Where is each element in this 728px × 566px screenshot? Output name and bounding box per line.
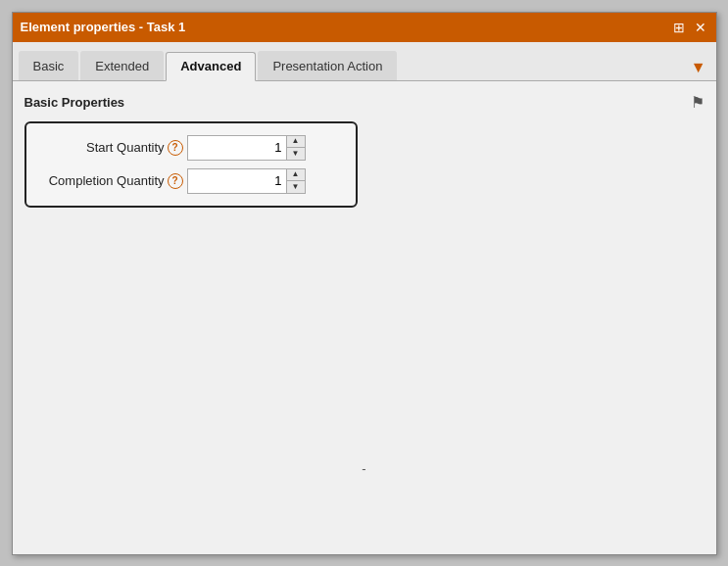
tab-bar: Basic Extended Advanced Presentation Act…: [13, 42, 716, 81]
completion-quantity-label: Completion Quantity ?: [40, 173, 187, 189]
main-window: Element properties - Task 1 ⊞ ✕ Basic Ex…: [12, 12, 717, 555]
start-quantity-down-button[interactable]: ▼: [287, 148, 305, 160]
pin-button[interactable]: ⊞: [671, 21, 687, 34]
tab-basic[interactable]: Basic: [19, 51, 79, 80]
tab-presentation-action[interactable]: Presentation Action: [258, 51, 397, 80]
title-bar: Element properties - Task 1 ⊞ ✕: [13, 13, 716, 42]
start-quantity-label: Start Quantity ?: [40, 140, 187, 156]
tab-extended[interactable]: Extended: [80, 51, 164, 80]
content-area: Basic Properties ⚑ Start Quantity ? ▲ ▼: [13, 81, 716, 554]
window-title: Element properties - Task 1: [21, 20, 186, 34]
completion-quantity-help-icon[interactable]: ?: [168, 173, 183, 189]
title-bar-controls: ⊞ ✕: [671, 21, 708, 34]
section-title: Basic Properties: [24, 95, 125, 110]
collapse-icon[interactable]: ⚑: [691, 93, 704, 112]
start-quantity-row: Start Quantity ? ▲ ▼: [40, 135, 342, 161]
tab-advanced[interactable]: Advanced: [166, 52, 256, 81]
completion-quantity-down-button[interactable]: ▼: [287, 181, 305, 193]
completion-quantity-spinner-buttons: ▲ ▼: [286, 169, 305, 193]
start-quantity-up-button[interactable]: ▲: [287, 136, 305, 149]
completion-quantity-input[interactable]: [188, 169, 286, 193]
completion-quantity-up-button[interactable]: ▲: [287, 169, 305, 182]
dash-text: -: [362, 461, 365, 476]
tab-dropdown-button[interactable]: ▼: [687, 55, 710, 80]
start-quantity-input[interactable]: [188, 136, 286, 160]
start-quantity-spinner-buttons: ▲ ▼: [286, 136, 305, 160]
start-quantity-spinner: ▲ ▼: [187, 135, 306, 161]
close-button[interactable]: ✕: [693, 21, 708, 34]
section-header: Basic Properties ⚑: [24, 93, 704, 112]
properties-box: Start Quantity ? ▲ ▼ Completion Quantity…: [24, 121, 358, 208]
completion-quantity-row: Completion Quantity ? ▲ ▼: [40, 168, 342, 194]
start-quantity-help-icon[interactable]: ?: [168, 140, 183, 156]
completion-quantity-spinner: ▲ ▼: [187, 168, 306, 194]
